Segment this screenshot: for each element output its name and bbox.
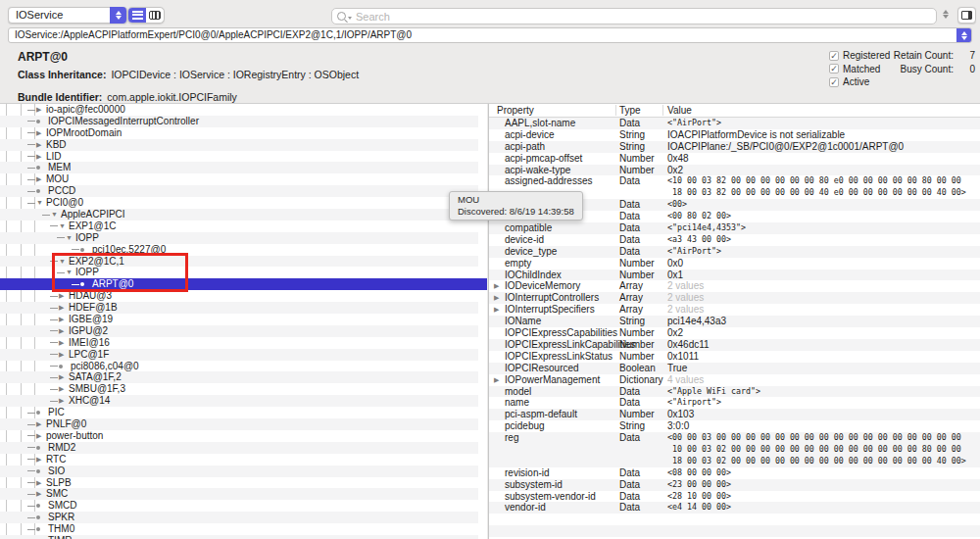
tree-item-lpc-1f[interactable]: ▶LPC@1F — [0, 349, 487, 361]
column-header-type[interactable]: Type — [619, 104, 641, 118]
column-header-property[interactable]: Property — [497, 104, 534, 118]
property-row-IOPCIExpressCapabilities[interactable]: IOPCIExpressCapabilitiesNumber0x2 — [489, 327, 980, 339]
property-row-revision-id[interactable]: revision-idData<08 00 00 00> — [489, 467, 980, 479]
column-view-button[interactable] — [146, 8, 164, 23]
collapsed-triangle-icon[interactable]: ▶ — [36, 139, 41, 151]
tree-item-smbu-1f-3[interactable]: ▶SMBU@1F,3 — [0, 383, 487, 395]
property-row-reg[interactable]: regData<00 00 03 00 00 00 00 00 00 00 00… — [489, 432, 980, 467]
tree-item-iopp[interactable]: ▼IOPP — [0, 232, 487, 244]
inspector-toggle-button[interactable] — [957, 7, 976, 24]
tree-item-iopmrootdomain[interactable]: ▶IOPMrootDomain — [0, 127, 487, 139]
tree-item-rtc[interactable]: ▶RTC — [0, 454, 487, 466]
property-row-device_type[interactable]: device_typeData<"AirPort"> — [489, 246, 980, 258]
checkbox[interactable]: ✓ — [829, 51, 839, 61]
property-row-name[interactable]: nameData<"Airport"> — [489, 397, 980, 409]
collapsed-triangle-icon[interactable]: ▶ — [36, 104, 41, 116]
tree-item-power-button[interactable]: ▶power-button — [0, 430, 487, 442]
checkbox[interactable]: ✓ — [829, 64, 839, 74]
collapsed-triangle-icon[interactable]: ▶ — [36, 430, 41, 442]
collapsed-triangle-icon[interactable]: ▶ — [36, 151, 41, 163]
tree-item-mou[interactable]: ▶MOU — [0, 173, 487, 185]
property-row-model[interactable]: modelData<"Apple WiFi card"> — [489, 386, 980, 398]
tree-item-smc[interactable]: ▶SMC — [0, 488, 487, 500]
property-row-pcidebug[interactable]: pcidebugString3:0:0 — [489, 420, 980, 432]
path-combo-box[interactable]: IOService:/AppleACPIPlatformExpert/PCI0@… — [8, 27, 972, 43]
property-row-IOPCIResourced[interactable]: IOPCIResourcedBooleanTrue — [489, 363, 980, 374]
tree-item-sio[interactable]: SIO — [0, 466, 487, 477]
collapsed-triangle-icon[interactable]: ▶ — [36, 173, 41, 185]
property-row-IOPowerManagement[interactable]: ▶IOPowerManagementDictionary4 values — [489, 374, 980, 386]
property-row-compatible[interactable]: compatibleData<"pci14e4,4353"> — [489, 222, 980, 234]
collapsed-triangle-icon[interactable]: ▶ — [59, 395, 64, 407]
tree-item-pci0-0[interactable]: ▼PCI0@0 — [0, 197, 487, 209]
collapsed-triangle-icon[interactable]: ▶ — [59, 383, 64, 395]
property-row-IOPCIExpressLinkStatus[interactable]: IOPCIExpressLinkStatusNumber0x1011 — [489, 351, 980, 363]
tree-item-timr[interactable]: TIMR — [0, 535, 487, 539]
search-scope-arrow-icon[interactable] — [348, 17, 352, 20]
tree-item-igpu-2[interactable]: ▶IGPU@2 — [0, 325, 487, 337]
expanded-triangle-icon[interactable]: ▼ — [59, 220, 66, 232]
tree-item-sata-1f-2[interactable]: ▶SATA@1F,2 — [0, 371, 487, 383]
property-row-acpi-device[interactable]: acpi-deviceStringIOACPIPlatformDevice is… — [489, 129, 980, 141]
collapsed-triangle-icon[interactable]: ▶ — [59, 314, 64, 325]
plane-selector-stepper-icon[interactable] — [110, 7, 126, 24]
tree-item-rmd2[interactable]: RMD2 — [0, 442, 487, 454]
tree-item-thm0[interactable]: THM0 — [0, 523, 487, 535]
tree-item-mem[interactable]: MEM — [0, 162, 487, 173]
tree-item-hdef-1b[interactable]: ▶HDEF@1B — [0, 302, 487, 314]
collapsed-triangle-icon[interactable]: ▶ — [36, 454, 41, 466]
column-separator[interactable] — [662, 105, 663, 116]
tree-item-pci8086-c04-0[interactable]: pci8086,c04@0 — [0, 361, 487, 372]
collapsed-triangle-icon[interactable]: ▶ — [59, 290, 64, 302]
tree-item-xhc-14[interactable]: ▶XHC@14 — [0, 395, 487, 407]
column-separator[interactable] — [615, 105, 616, 116]
property-row-IOInterruptSpecifiers[interactable]: ▶IOInterruptSpecifiersArray2 values — [489, 304, 980, 316]
property-row-vendor-id[interactable]: vendor-idData<e4 14 00 00> — [489, 502, 980, 514]
tree-item-igbe-19[interactable]: ▶IGBE@19 — [0, 314, 487, 325]
property-row-subsystem-id[interactable]: subsystem-idData<23 00 00 00> — [489, 479, 980, 491]
tree-item-slpb[interactable]: ▶SLPB — [0, 477, 487, 489]
tree-item-pic[interactable]: PIC — [0, 407, 487, 418]
expanded-triangle-icon[interactable]: ▼ — [36, 197, 43, 209]
search-field[interactable] — [331, 8, 937, 24]
toolbar-stepper-icon[interactable] — [943, 10, 949, 19]
property-row-acpi-wake-type[interactable]: acpi-wake-typeNumber0x2 — [489, 165, 980, 176]
property-row-acpi-path[interactable]: acpi-pathStringIOACPIPlane:/_SB/PCI0@0/E… — [489, 141, 980, 153]
plane-selector[interactable]: IOService — [8, 7, 127, 24]
property-row-acpi-pmcap-offset[interactable]: acpi-pmcap-offsetNumber0x48 — [489, 153, 980, 165]
property-row-device-id[interactable]: device-idData<a3 43 00 00> — [489, 234, 980, 246]
property-row-subsystem-vendor-id[interactable]: subsystem-vendor-idData<28 10 00 00> — [489, 491, 980, 503]
collapsed-triangle-icon[interactable]: ▶ — [36, 127, 41, 139]
expanded-triangle-icon[interactable]: ▼ — [66, 232, 73, 244]
collapsed-triangle-icon[interactable]: ▶ — [59, 349, 64, 361]
tree-item-appleacpipci[interactable]: ▼AppleACPIPCI — [0, 209, 487, 220]
tree-item-imei-16[interactable]: ▶IMEI@16 — [0, 337, 487, 349]
search-input[interactable] — [356, 11, 936, 23]
expanded-triangle-icon[interactable]: ▼ — [51, 209, 58, 220]
path-stepper-icon[interactable] — [956, 27, 972, 43]
property-row-IOChildIndex[interactable]: IOChildIndexNumber0x1 — [489, 270, 980, 281]
collapsed-triangle-icon[interactable]: ▶ — [494, 304, 499, 316]
collapsed-triangle-icon[interactable]: ▶ — [59, 371, 64, 383]
checkbox[interactable]: ✓ — [829, 77, 839, 87]
property-row-pci-aspm-default[interactable]: pci-aspm-defaultNumber0x103 — [489, 409, 980, 420]
list-view-button[interactable] — [128, 8, 146, 23]
column-header-value[interactable]: Value — [667, 104, 692, 118]
collapsed-triangle-icon[interactable]: ▶ — [59, 337, 64, 349]
property-row-IOInterruptControllers[interactable]: ▶IOInterruptControllersArray2 values — [489, 292, 980, 304]
tree-item-lid[interactable]: ▶LID — [0, 151, 487, 163]
collapsed-triangle-icon[interactable]: ▶ — [36, 477, 41, 489]
tree-item-smcd[interactable]: SMCD — [0, 500, 487, 512]
tree-item-pnlf-0[interactable]: ▶PNLF@0 — [0, 418, 487, 430]
collapsed-triangle-icon[interactable]: ▶ — [36, 418, 41, 430]
tree-item-pccd[interactable]: PCCD — [0, 185, 487, 197]
property-row-AAPL,slot-name[interactable]: AAPL,slot-nameData<"AirPort"> — [489, 118, 980, 129]
collapsed-triangle-icon[interactable]: ▶ — [494, 292, 499, 304]
tree-item-kbd[interactable]: ▶KBD — [0, 139, 487, 151]
tree-item-spkr[interactable]: SPKR — [0, 512, 487, 523]
collapsed-triangle-icon[interactable]: ▶ — [494, 374, 499, 386]
tree-item-hdau-3[interactable]: ▶HDAU@3 — [0, 290, 487, 302]
tree-item-exp1-1c[interactable]: ▼EXP1@1C — [0, 220, 487, 232]
property-row-IOPCIExpressLinkCapabilities[interactable]: IOPCIExpressLinkCapabilitiesNumber0x46dc… — [489, 339, 980, 351]
property-row-empty[interactable]: emptyNumber0x0 — [489, 258, 980, 270]
